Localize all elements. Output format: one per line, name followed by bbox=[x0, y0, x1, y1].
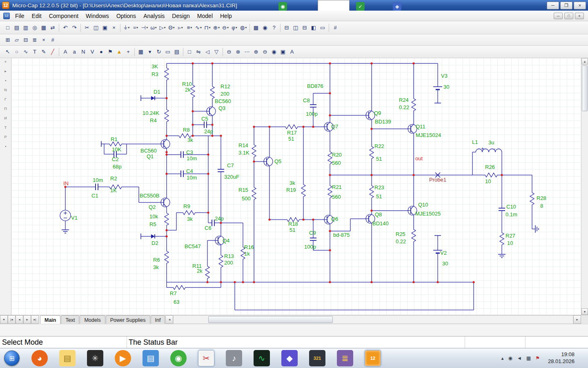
close-info-button[interactable]: ⊗ bbox=[234, 47, 243, 56]
current-source-part-button[interactable]: ⊖▾ bbox=[221, 23, 230, 32]
sine-source-part-button[interactable]: ∿▾ bbox=[194, 23, 203, 32]
scroll-right-button[interactable]: ▸ bbox=[573, 315, 581, 324]
inductor-part-button[interactable]: ω▾ bbox=[149, 23, 158, 32]
dropdown-arrow-icon[interactable]: ▾ bbox=[190, 26, 192, 29]
taskbar-icon-audio-editor[interactable]: ∿ bbox=[254, 350, 270, 366]
show-grid-text-button[interactable]: a bbox=[70, 47, 79, 56]
tab-models[interactable]: Models bbox=[80, 315, 105, 324]
graphics-mode-button[interactable]: ╱ bbox=[48, 47, 57, 56]
clear-button[interactable]: × bbox=[109, 23, 118, 32]
rubberbanding-button[interactable]: ▲ bbox=[115, 47, 124, 56]
tab-inf[interactable]: Inf bbox=[151, 315, 165, 324]
child-restore-button[interactable]: □ bbox=[564, 13, 573, 19]
new-file-button[interactable]: □ bbox=[3, 23, 12, 32]
tile-vertical-button[interactable]: ◫ bbox=[291, 23, 300, 32]
tray-display-icon[interactable]: ▦ bbox=[526, 355, 531, 361]
border-toggle-button[interactable]: ▭ bbox=[163, 47, 172, 56]
menu-item-component[interactable]: Component bbox=[45, 11, 82, 20]
open-file-button[interactable]: ▤ bbox=[12, 23, 21, 32]
taskbar-clock[interactable]: 19:08 28.01.2026 bbox=[544, 351, 578, 365]
taskbar-icon-video-editor[interactable]: 321 bbox=[309, 350, 325, 366]
dropdown-arrow-icon[interactable]: ▾ bbox=[209, 26, 211, 29]
taskbar-icon-file-explorer[interactable]: ▤ bbox=[59, 350, 76, 366]
tab-text[interactable]: Text bbox=[61, 315, 79, 324]
taskbar-icon-snipping-tool[interactable]: ✂ bbox=[198, 350, 214, 366]
page-nav-button-1[interactable]: |◂ bbox=[8, 315, 16, 324]
title-block-button[interactable]: ▤ bbox=[172, 47, 181, 56]
dropdown-arrow-icon[interactable]: ▾ bbox=[173, 26, 175, 29]
tile-horizontal-button[interactable]: ⊟ bbox=[300, 23, 309, 32]
crosshair-cursor-button[interactable]: + bbox=[124, 47, 133, 56]
show-node-numbers-button[interactable]: N bbox=[79, 47, 88, 56]
design-checker-button[interactable]: ▩ bbox=[252, 23, 261, 32]
save-file-button[interactable]: ▥ bbox=[21, 23, 30, 32]
redo-button[interactable]: ↷ bbox=[70, 23, 79, 32]
menu-item-edit[interactable]: Edit bbox=[28, 11, 45, 20]
schematic-window-icon[interactable]: 12 bbox=[3, 13, 10, 19]
mirror-button[interactable]: ⇋ bbox=[194, 47, 203, 56]
show-pin-connections-button[interactable]: ● bbox=[97, 47, 106, 56]
zoom-in-button[interactable]: ⊕ bbox=[252, 47, 261, 56]
select-mode-button[interactable]: ↖ bbox=[3, 47, 12, 56]
line-mode-button[interactable]: ✎ bbox=[39, 47, 48, 56]
dropdown-arrow-icon[interactable]: ▾ bbox=[181, 26, 183, 29]
dropdown-arrow-icon[interactable]: ▾ bbox=[227, 26, 229, 29]
stepping-button[interactable]: ≣ bbox=[30, 36, 39, 45]
flip-y-button[interactable]: ▽ bbox=[212, 47, 221, 56]
undo-button[interactable]: ↶ bbox=[61, 23, 70, 32]
child-close-button[interactable]: × bbox=[575, 13, 584, 19]
diode-part-button[interactable]: ▷▾ bbox=[158, 23, 167, 32]
horizontal-scrollbar[interactable] bbox=[173, 315, 573, 324]
wire-mode-button[interactable]: ∿ bbox=[21, 47, 30, 56]
show-attribute-text-button[interactable]: A bbox=[61, 47, 70, 56]
scroll-up-button[interactable]: ▴ bbox=[581, 58, 588, 65]
dropdown-arrow-icon[interactable]: ▾ bbox=[164, 26, 165, 29]
grid-dropdown-button[interactable]: ▾ bbox=[145, 47, 154, 56]
menu-item-windows[interactable]: Windows bbox=[82, 11, 113, 20]
split-window-button[interactable]: ◧ bbox=[309, 23, 318, 32]
page-nav-button-0[interactable]: ▾ bbox=[0, 315, 8, 324]
dropdown-arrow-icon[interactable]: ▾ bbox=[155, 26, 157, 29]
calculator-button[interactable]: # bbox=[331, 23, 340, 32]
tray-volume-icon[interactable]: ◄ bbox=[517, 355, 522, 361]
font-button-button[interactable]: A bbox=[287, 47, 296, 56]
menu-item-model[interactable]: Model bbox=[194, 11, 216, 20]
select-box-button[interactable]: □ bbox=[185, 47, 194, 56]
restore-button[interactable]: ❐ bbox=[560, 2, 572, 9]
schematic-drawing[interactable]: 3KR3D1R102kR12200BC560Q3BD876C8100pV330R… bbox=[11, 58, 581, 315]
voltage-source-part-button[interactable]: ⊕▾ bbox=[212, 23, 221, 32]
page-nav-button-3[interactable]: ▸ bbox=[23, 315, 31, 324]
taskbar-icon-audio-recorder[interactable]: ♪ bbox=[226, 350, 242, 366]
copy-image-button[interactable]: ▣ bbox=[278, 47, 287, 56]
print-preview-button[interactable]: ◎ bbox=[30, 23, 39, 32]
vertical-scrollbar[interactable]: ▴ ▾ bbox=[581, 58, 588, 315]
ground-part-button[interactable]: ⏚▾ bbox=[122, 23, 131, 32]
help-topics-button[interactable]: ? bbox=[270, 23, 278, 32]
panel-close-icon[interactable]: × bbox=[2, 59, 9, 65]
taskbar-icon-microcap-12[interactable]: 12 bbox=[365, 350, 381, 366]
resistor-part-button[interactable]: ≈▾ bbox=[131, 23, 140, 32]
taskbar-icon-winrar[interactable]: ≣ bbox=[337, 350, 353, 366]
tray-network-icon[interactable]: ◉ bbox=[508, 355, 512, 361]
taskbar-icon-firefox[interactable]: ◕ bbox=[31, 350, 48, 366]
more-options-button[interactable]: ⋯ bbox=[243, 47, 252, 56]
start-button[interactable]: ⊞ bbox=[4, 350, 20, 366]
dropdown-arrow-icon[interactable]: ▾ bbox=[245, 26, 247, 29]
menu-item-help[interactable]: Help bbox=[216, 11, 236, 20]
refresh-button[interactable]: ↻ bbox=[154, 47, 163, 56]
menu-item-file[interactable]: File bbox=[11, 11, 28, 20]
dropdown-arrow-icon[interactable]: ▾ bbox=[236, 26, 237, 29]
taskbar-icon-kmplayer[interactable]: ◆ bbox=[281, 350, 298, 366]
taskbar-icon-dvd-tool[interactable]: ◉ bbox=[170, 350, 187, 366]
show-node-voltages-button[interactable]: V bbox=[88, 47, 97, 56]
taskbar-icon-sticky-notes[interactable]: ▤ bbox=[143, 350, 159, 366]
scroll-down-button[interactable]: ▾ bbox=[581, 308, 588, 315]
grid-toggle-button[interactable]: ▦ bbox=[136, 47, 145, 56]
pan-mode-button[interactable]: ○ bbox=[12, 47, 21, 56]
dropdown-arrow-icon[interactable]: ▾ bbox=[200, 26, 202, 29]
translate-button[interactable]: ⇄ bbox=[48, 23, 57, 32]
page-nav-button-4[interactable]: ▸| bbox=[31, 315, 39, 324]
npn-transistor-part-button[interactable]: Θ▾ bbox=[167, 23, 176, 32]
zoom-out-button[interactable]: ⊖ bbox=[261, 47, 270, 56]
battery-part-button[interactable]: ≡▾ bbox=[185, 23, 194, 32]
